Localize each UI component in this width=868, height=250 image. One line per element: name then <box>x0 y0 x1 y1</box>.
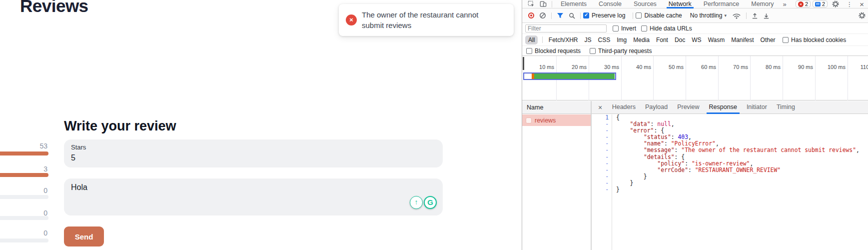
record-network-log-button[interactable] <box>528 12 534 18</box>
rating-bar <box>0 173 48 177</box>
tab-network[interactable]: Network <box>669 0 692 8</box>
detail-tab-initiator[interactable]: Initiator <box>747 101 767 114</box>
review-form-heading: Write your review <box>64 118 176 134</box>
page-title: Reviews <box>20 0 88 16</box>
code-line: "errCode": "RESTAURANT_OWNER_REVIEW" <box>616 167 860 174</box>
fold-marker: - <box>605 146 609 154</box>
filter-pill-fetchxhr[interactable]: Fetch/XHR <box>549 36 578 44</box>
overview-request-bar[interactable] <box>523 72 616 80</box>
timeline-gridline <box>621 56 622 100</box>
review-textarea[interactable]: Hola <box>64 178 443 216</box>
third-party-requests-checkbox[interactable] <box>590 48 596 54</box>
rating-count: 0 <box>0 229 47 237</box>
filter-pill-wasm[interactable]: Wasm <box>708 36 725 44</box>
timeline-tick-label: 20 ms <box>559 64 587 70</box>
rating-bar <box>0 216 48 220</box>
stars-label: Stars <box>71 144 86 151</box>
network-conditions-icon[interactable] <box>732 12 741 19</box>
filter-pill-other[interactable]: Other <box>761 36 776 44</box>
timeline-gridline <box>718 56 719 100</box>
filter-pill-media[interactable]: Media <box>633 36 650 44</box>
error-icon: × <box>798 2 804 7</box>
request-name: reviews <box>535 117 556 124</box>
preserve-log-checkbox[interactable] <box>583 12 589 18</box>
detail-tab-payload[interactable]: Payload <box>645 101 668 114</box>
tab-console[interactable]: Console <box>599 0 622 8</box>
kebab-menu-icon[interactable]: ⋮ <box>846 0 853 8</box>
fold-marker: - <box>605 173 609 180</box>
timeline-gridline <box>783 56 783 100</box>
clear-network-log-icon[interactable] <box>539 12 546 19</box>
timeline-gridline <box>653 56 654 100</box>
filter-pill-manifest[interactable]: Manifest <box>731 36 754 44</box>
network-toolbar: Preserve log Disable cache No throttling… <box>522 8 868 23</box>
network-settings-gear-icon[interactable] <box>859 12 866 19</box>
timeline-tick-label: 50 ms <box>656 64 684 70</box>
more-tabs-button[interactable]: » <box>783 0 786 8</box>
grammarly-g-icon[interactable]: G <box>424 196 437 209</box>
filter-input[interactable] <box>525 24 607 32</box>
code-line: } <box>616 186 860 193</box>
detail-tab-response[interactable]: Response <box>709 101 737 114</box>
divider <box>580 12 581 19</box>
error-count-badge[interactable]: × 2 <box>796 0 811 8</box>
detail-tab-timing[interactable]: Timing <box>777 101 795 114</box>
stars-field[interactable]: Stars 5 <box>64 140 443 168</box>
fold-marker: - <box>605 166 609 174</box>
devtools-right-controls: × 2 2 ⋮ × <box>796 0 868 8</box>
main-tabs: ElementsConsoleSourcesNetworkPerformance… <box>555 0 780 8</box>
detail-tab-preview[interactable]: Preview <box>677 101 699 114</box>
tab-elements[interactable]: Elements <box>561 0 587 8</box>
invert-checkbox[interactable] <box>613 26 619 32</box>
line-number: 1 <box>605 114 609 121</box>
timeline-tick-label: 80 ms <box>753 64 781 70</box>
device-toolbar-icon[interactable] <box>540 0 547 8</box>
fold-marker: - <box>605 160 609 167</box>
filter-pill-img[interactable]: Img <box>617 36 627 44</box>
devtools-tabbar: ElementsConsoleSourcesNetworkPerformance… <box>522 0 868 8</box>
issues-icon <box>815 2 821 6</box>
preserve-log-label: Preserve log <box>592 12 625 19</box>
filter-pill-font[interactable]: Font <box>656 36 668 44</box>
import-har-icon[interactable] <box>752 12 758 19</box>
rating-count: 3 <box>0 165 47 173</box>
filter-pill-css[interactable]: CSS <box>598 36 611 44</box>
filter-pill-all[interactable]: All <box>525 36 538 44</box>
rating-count: 0 <box>0 186 47 194</box>
fold-marker: - <box>605 154 609 160</box>
filter-pill-ws[interactable]: WS <box>692 36 701 44</box>
disable-cache-checkbox[interactable] <box>636 12 642 18</box>
rating-bar <box>0 152 48 156</box>
timeline-tick-label: 10 ms <box>526 64 554 70</box>
search-icon[interactable] <box>569 12 575 19</box>
request-row-reviews[interactable]: reviews <box>522 114 591 126</box>
hide-data-urls-checkbox[interactable] <box>641 26 647 32</box>
network-overview-timeline[interactable]: 10 ms20 ms30 ms40 ms50 ms60 ms70 ms80 ms… <box>522 56 868 100</box>
inspect-element-icon[interactable] <box>528 0 535 8</box>
tab-performance[interactable]: Performance <box>704 0 740 8</box>
grammarly-arrow-icon[interactable]: ↑ <box>410 196 423 209</box>
close-devtools-icon[interactable]: × <box>860 0 864 8</box>
overview-download-segment <box>534 74 615 79</box>
issues-count-badge[interactable]: 2 <box>813 0 828 8</box>
review-text-value: Hola <box>71 183 87 192</box>
throttling-dropdown[interactable]: No throttling ▾ <box>690 12 727 19</box>
blocked-requests-checkbox[interactable] <box>526 48 532 54</box>
filter-pill-js[interactable]: JS <box>585 36 592 44</box>
type-filter-bar: AllFetch/XHRJSCSSImgMediaFontDocWSWasmMa… <box>522 34 868 46</box>
third-party-requests-label: Third-party requests <box>598 48 652 54</box>
tab-memory[interactable]: Memory <box>751 0 774 8</box>
detail-tab-headers[interactable]: Headers <box>612 101 636 114</box>
filter-funnel-icon[interactable] <box>557 12 564 18</box>
error-toast: × The owner of the restaurant cannot sub… <box>339 4 514 36</box>
filter-pill-doc[interactable]: Doc <box>675 36 685 44</box>
rating-count: 53 <box>0 142 47 150</box>
export-har-icon[interactable] <box>763 12 770 19</box>
has-blocked-cookies-checkbox[interactable] <box>783 37 789 43</box>
close-detail-icon[interactable]: × <box>598 104 602 112</box>
rating-bar <box>0 195 48 199</box>
tab-sources[interactable]: Sources <box>634 0 657 8</box>
send-button[interactable]: Send <box>64 226 104 246</box>
name-column-header[interactable]: Name <box>522 104 592 111</box>
settings-gear-icon[interactable] <box>832 0 839 8</box>
